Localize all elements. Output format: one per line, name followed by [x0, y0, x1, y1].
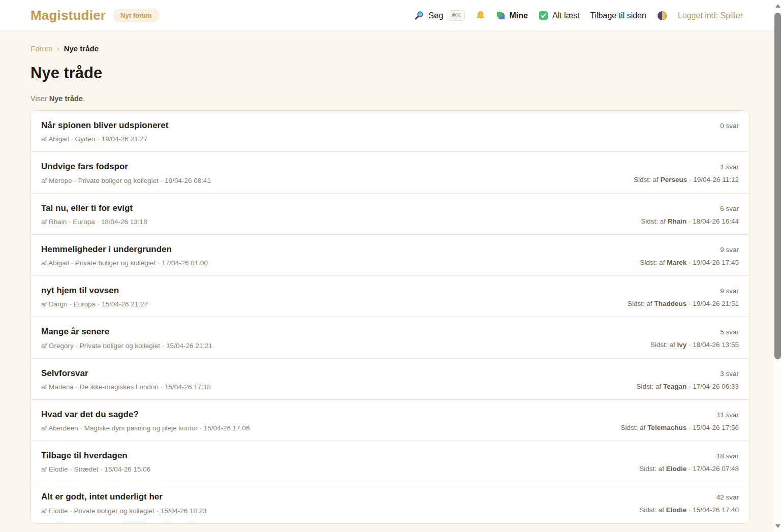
thread-title-link[interactable]: Når spionen bliver udspioneret [41, 120, 168, 131]
thread-main: Når spionen bliver udspioneret af Abigai… [41, 120, 168, 143]
subtitle-suffix: . [83, 95, 85, 103]
thread-byline: af Elodie · Private boliger og kollegiet… [41, 507, 207, 515]
page-title: Nye tråde [30, 64, 749, 82]
mark-all-read-button[interactable]: Alt læst [539, 11, 579, 20]
site-logo[interactable]: Magistudier [30, 8, 106, 23]
thread-list: Når spionen bliver udspioneret af Abigai… [30, 110, 749, 524]
last-reply-date: · 17/04-26 07:48 [686, 465, 739, 473]
thread-side: 42 svar Sidst: af Elodie · 15/04-26 17:4… [639, 491, 739, 514]
thread-last-reply: Sidst: af Ivy · 18/04-26 13:55 [650, 341, 739, 349]
thread-title-link[interactable]: Selvforsvar [41, 368, 88, 379]
search-shortcut-badge: ⌘K [448, 10, 465, 21]
thread-reply-count: 11 svar [621, 411, 739, 419]
last-reply-author: Elodie [666, 506, 687, 514]
thread-title-link[interactable]: Tal nu, eller ti for evigt [41, 203, 133, 213]
thread-title-link[interactable]: nyt hjem til vovsen [41, 285, 119, 296]
last-reply-author: Elodie [666, 465, 687, 473]
thread-byline: af Marlena · De ikke-magiskes London · 1… [41, 383, 211, 391]
thread-last-reply: Sidst: af Telemachus · 15/04-26 17:56 [621, 424, 739, 431]
thread-title-link[interactable]: Alt er godt, intet underligt her [41, 491, 163, 502]
back-to-site-link[interactable]: Tilbage til siden [590, 11, 646, 20]
thread-row: Selvforsvar af Marlena · De ikke-magiske… [31, 359, 749, 400]
thread-reply-count: 9 svar [640, 246, 739, 254]
thread-title-link[interactable]: Undvige fars fodspor [41, 161, 128, 172]
thread-side: 5 svar Sidst: af Ivy · 18/04-26 13:55 [650, 326, 739, 349]
back-to-site-label: Tilbage til siden [590, 11, 646, 20]
thread-last-reply: Sidst: af Elodie · 15/04-26 17:40 [639, 506, 739, 514]
half-moon-icon [657, 11, 667, 21]
thread-main: Tal nu, eller ti for evigt af Rhain · Eu… [41, 203, 147, 226]
thread-row: Hvad var det du sagde? af Aberdeen · Mag… [31, 400, 749, 441]
check-square-icon [539, 11, 548, 20]
breadcrumb-current: Nye tråde [64, 44, 99, 53]
thread-title-link[interactable]: Hvad var det du sagde? [41, 409, 139, 420]
last-reply-prefix: Sidst: af [639, 465, 666, 473]
thread-row: Tilbage til hverdagen af Elodie · Stræde… [31, 441, 749, 482]
thread-byline: af Gregory · Private boliger og kollegie… [41, 342, 212, 350]
mine-button[interactable]: Mine [496, 11, 528, 20]
thread-reply-count: 3 svar [636, 370, 739, 378]
thread-main: Undvige fars fodspor af Merope · Private… [41, 161, 211, 184]
breadcrumb-forum-link[interactable]: Forum [30, 44, 52, 53]
last-reply-prefix: Sidst: af [650, 341, 677, 349]
last-reply-date: · 15/04-26 17:40 [686, 506, 739, 514]
search-button[interactable]: Søg ⌘K [415, 10, 464, 21]
thread-title-link[interactable]: Hemmeligheder i undergrunden [41, 244, 172, 255]
main-content: Forum › Nye tråde Nye tråde Viser Nye tr… [0, 32, 782, 524]
mark-all-read-label: Alt læst [552, 11, 579, 20]
thread-main: nyt hjem til vovsen af Dargo · Europa · … [41, 285, 148, 308]
thread-reply-count: 9 svar [628, 287, 739, 295]
page-subtitle: Viser Nye tråde. [30, 95, 749, 103]
thread-byline: af Elodie · Strædet · 15/04-26 15:06 [41, 465, 150, 473]
scrollbar-down-arrow[interactable] [775, 524, 780, 528]
thread-byline: af Dargo · Europa · 15/04-26 21:27 [41, 300, 148, 308]
scrollbar[interactable] [773, 0, 782, 532]
forum-page: Magistudier Nyt forum Søg ⌘K [0, 0, 782, 532]
theme-toggle-button[interactable] [657, 11, 667, 21]
thread-main: Hvad var det du sagde? af Aberdeen · Mag… [41, 409, 250, 432]
thread-main: Tilbage til hverdagen af Elodie · Stræde… [41, 450, 150, 473]
thread-row: Mange år senere af Gregory · Private bol… [31, 317, 749, 358]
site-header: Magistudier Nyt forum Søg ⌘K [0, 0, 782, 32]
thread-side: 9 svar Sidst: af Marek · 19/04-26 17:45 [640, 244, 739, 266]
logged-in-status: Logget ind: Spiller [678, 11, 743, 20]
last-reply-date: · 18/04-26 16:44 [686, 217, 739, 225]
thread-reply-count: 5 svar [650, 328, 739, 336]
thread-last-reply: Sidst: af Thaddeus · 19/04-26 21:51 [628, 300, 739, 307]
thread-row: nyt hjem til vovsen af Dargo · Europa · … [31, 276, 749, 317]
thread-byline: af Abigail · Private boliger og kollegie… [41, 259, 208, 267]
last-reply-prefix: Sidst: af [636, 383, 663, 390]
thread-reply-count: 42 svar [639, 493, 739, 502]
thread-byline: af Rhain · Europa · 18/04-26 13:18 [41, 218, 147, 226]
thread-side: 0 svar [720, 120, 739, 130]
thread-last-reply: Sidst: af Teagan · 17/04-26 06:33 [636, 383, 739, 390]
thread-main: Alt er godt, intet underligt her af Elod… [41, 491, 207, 514]
thread-last-reply: Sidst: af Elodie · 17/04-26 07:48 [639, 465, 739, 473]
last-reply-prefix: Sidst: af [641, 217, 668, 225]
thread-main: Hemmeligheder i undergrunden af Abigail … [41, 244, 208, 267]
thread-title-link[interactable]: Mange år senere [41, 326, 109, 337]
last-reply-date: · 19/04-26 21:51 [686, 300, 739, 307]
thread-last-reply: Sidst: af Marek · 19/04-26 17:45 [640, 259, 739, 266]
notifications-button[interactable] [476, 11, 485, 20]
subtitle-prefix: Viser [30, 95, 47, 103]
thread-row: Når spionen bliver udspioneret af Abigai… [31, 111, 749, 152]
scrollbar-thumb[interactable] [774, 13, 781, 359]
thread-row: Tal nu, eller ti for evigt af Rhain · Eu… [31, 194, 749, 235]
last-reply-author: Thaddeus [654, 300, 686, 307]
scrollbar-up-arrow[interactable] [775, 4, 780, 8]
last-reply-date: · 18/04-26 13:55 [686, 341, 739, 349]
thread-side: 11 svar Sidst: af Telemachus · 15/04-26 … [621, 409, 739, 431]
last-reply-date: · 19/04-26 17:45 [686, 259, 739, 266]
bell-icon [476, 11, 485, 20]
thread-row: Hemmeligheder i undergrunden af Abigail … [31, 235, 749, 276]
thread-side: 6 svar Sidst: af Rhain · 18/04-26 16:44 [641, 203, 739, 225]
thread-title-link[interactable]: Tilbage til hverdagen [41, 450, 128, 461]
layered-cards-icon [496, 11, 506, 20]
top-nav: Søg ⌘K Mine [415, 10, 743, 21]
search-icon [415, 11, 424, 20]
thread-byline: af Aberdeen · Magiske dyrs pasning og pl… [41, 424, 250, 432]
thread-main: Mange år senere af Gregory · Private bol… [41, 326, 212, 349]
last-reply-author: Rhain [668, 217, 687, 225]
last-reply-prefix: Sidst: af [621, 424, 648, 431]
